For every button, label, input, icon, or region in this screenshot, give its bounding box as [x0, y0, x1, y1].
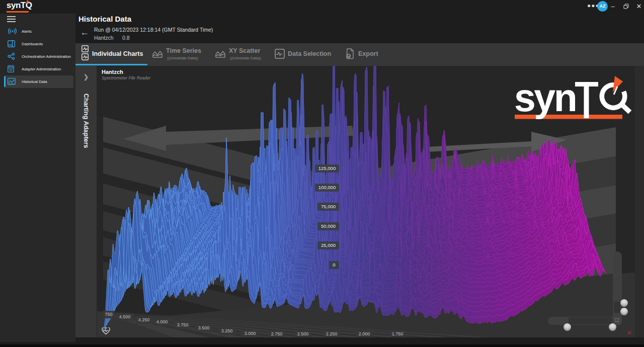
svg-text:syn: syn: [514, 76, 576, 119]
